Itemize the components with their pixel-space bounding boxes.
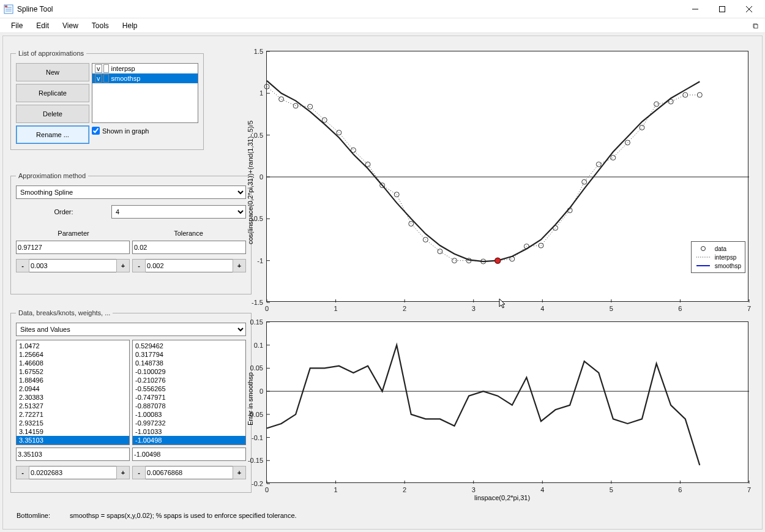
svg-text:0: 0 bbox=[259, 173, 263, 181]
site-step-input[interactable] bbox=[29, 466, 116, 479]
value-plus-button[interactable]: + bbox=[233, 466, 246, 479]
order-select[interactable]: 4 bbox=[111, 205, 246, 219]
site-plus-button[interactable]: + bbox=[116, 466, 130, 479]
method-select[interactable]: Smoothing Spline bbox=[16, 185, 246, 199]
list-item[interactable]: -0.210276 bbox=[133, 376, 245, 384]
list-item[interactable]: 2.30383 bbox=[17, 393, 129, 402]
svg-text:7: 7 bbox=[747, 305, 751, 312]
tolerance-input[interactable] bbox=[132, 241, 246, 254]
sites-listbox[interactable]: 0.8377581.04721.256641.466081.675521.884… bbox=[16, 340, 130, 445]
list-item[interactable]: -1.00498 bbox=[133, 436, 245, 444]
svg-text:1: 1 bbox=[259, 89, 263, 97]
shown-in-graph-checkbox[interactable]: Shown in graph bbox=[92, 127, 198, 135]
svg-point-63 bbox=[625, 140, 630, 145]
svg-text:1.5: 1.5 bbox=[254, 48, 263, 55]
svg-text:3: 3 bbox=[472, 486, 476, 493]
menu-bar: File Edit View Tools Help bbox=[0, 18, 765, 33]
list-item[interactable]: 2.72271 bbox=[17, 410, 129, 419]
list-item[interactable]: -1.00083 bbox=[133, 410, 245, 419]
error-plot-ylabel: Error in smoothsp bbox=[247, 372, 254, 425]
svg-rect-3 bbox=[720, 6, 725, 12]
svg-point-68 bbox=[697, 92, 702, 97]
list-item[interactable]: 1.0472 bbox=[17, 342, 129, 350]
svg-text:0: 0 bbox=[265, 305, 269, 312]
list-item[interactable]: 1.25664 bbox=[17, 350, 129, 359]
replicate-button[interactable]: Replicate bbox=[16, 84, 89, 102]
rename-button[interactable]: Rename ... bbox=[16, 126, 89, 144]
menu-help[interactable]: Help bbox=[116, 20, 144, 31]
method-panel: Approximation method Smoothing Spline Or… bbox=[10, 172, 252, 294]
parameter-step-input[interactable] bbox=[29, 259, 116, 272]
delete-button[interactable]: Delete bbox=[16, 105, 89, 123]
approximation-list-item[interactable]: v smoothsp bbox=[92, 73, 198, 83]
legend-data: data bbox=[715, 245, 726, 252]
values-listbox[interactable]: 0.6780740.5294620.3177940.148738-0.10002… bbox=[132, 340, 246, 445]
list-item[interactable]: 2.0944 bbox=[17, 384, 129, 393]
error-plot[interactable]: 01234567-0.2-0.15-0.1-0.0500.050.10.15 bbox=[266, 321, 748, 483]
menu-view[interactable]: View bbox=[56, 20, 84, 31]
tolerance-step-input[interactable] bbox=[146, 259, 233, 272]
order-label: Order: bbox=[16, 208, 111, 215]
list-item[interactable]: 0.317794 bbox=[133, 350, 245, 359]
svg-text:-1.5: -1.5 bbox=[252, 299, 263, 306]
list-item[interactable]: 1.88496 bbox=[17, 376, 129, 384]
minimize-button[interactable] bbox=[682, 1, 709, 18]
list-item[interactable]: 1.46608 bbox=[17, 359, 129, 367]
value-edit-input[interactable] bbox=[132, 448, 246, 461]
legend-smoothsp: smoothsp bbox=[715, 263, 741, 269]
site-edit-input[interactable] bbox=[16, 448, 130, 461]
menu-tools[interactable]: Tools bbox=[86, 20, 115, 31]
svg-text:0: 0 bbox=[265, 486, 269, 493]
data-view-select[interactable]: Sites and Values bbox=[16, 323, 246, 336]
list-item[interactable]: 2.93215 bbox=[17, 419, 129, 427]
menu-file[interactable]: File bbox=[5, 20, 29, 31]
list-item[interactable]: -1.01033 bbox=[133, 427, 245, 436]
svg-point-61 bbox=[596, 162, 601, 167]
bottomline-text: smoothsp = spaps(x,y,0.02); % spaps is u… bbox=[70, 512, 297, 519]
value-step-input[interactable] bbox=[146, 466, 233, 479]
list-item[interactable]: 0.148738 bbox=[133, 359, 245, 367]
list-item[interactable]: 2.51327 bbox=[17, 402, 129, 410]
maximize-button[interactable] bbox=[709, 1, 736, 18]
list-item[interactable]: -0.100029 bbox=[133, 367, 245, 376]
site-minus-button[interactable]: - bbox=[16, 466, 29, 479]
list-item[interactable]: 0.529462 bbox=[133, 342, 245, 350]
svg-point-70 bbox=[701, 247, 705, 251]
svg-text:1: 1 bbox=[334, 486, 338, 493]
bottomline-label: Bottomline: bbox=[17, 512, 50, 519]
workspace: List of approximations New Replicate Del… bbox=[0, 33, 765, 532]
restore-down-icon[interactable] bbox=[750, 21, 760, 31]
app-icon bbox=[4, 4, 13, 14]
svg-text:0.5: 0.5 bbox=[254, 132, 263, 139]
title-bar: Spline Tool bbox=[0, 0, 765, 18]
parameter-input[interactable] bbox=[16, 241, 130, 254]
shown-in-graph-label: Shown in graph bbox=[102, 127, 149, 135]
approximations-listbox[interactable]: v interpspv smoothsp bbox=[92, 63, 198, 123]
window-title: Spline Tool bbox=[17, 5, 682, 13]
svg-text:5: 5 bbox=[610, 305, 613, 312]
list-item[interactable]: -0.997232 bbox=[133, 419, 245, 427]
svg-text:0.15: 0.15 bbox=[250, 318, 263, 326]
svg-text:1: 1 bbox=[334, 305, 338, 312]
new-button[interactable]: New bbox=[16, 63, 89, 81]
parameter-plus-button[interactable]: + bbox=[116, 259, 130, 272]
close-button[interactable] bbox=[736, 1, 763, 18]
svg-point-47 bbox=[394, 192, 399, 197]
main-plot[interactable]: 01234567-1.5-1-0.500.511.5 data interpsp… bbox=[266, 51, 748, 302]
tolerance-minus-button[interactable]: - bbox=[132, 259, 146, 272]
value-minus-button[interactable]: - bbox=[132, 466, 146, 479]
svg-point-62 bbox=[611, 155, 616, 160]
parameter-minus-button[interactable]: - bbox=[16, 259, 29, 272]
list-item[interactable]: -0.556265 bbox=[133, 384, 245, 393]
menu-edit[interactable]: Edit bbox=[30, 20, 55, 31]
list-item[interactable]: 3.14159 bbox=[17, 427, 129, 436]
approximation-list-item[interactable]: v interpsp bbox=[92, 64, 198, 73]
list-item[interactable]: 1.67552 bbox=[17, 367, 129, 376]
tolerance-plus-button[interactable]: + bbox=[233, 259, 246, 272]
list-item[interactable]: 3.35103 bbox=[17, 436, 129, 444]
data-panel-title: Data, breaks/knots, weights, ... bbox=[16, 309, 113, 317]
list-item[interactable]: -0.747971 bbox=[133, 393, 245, 402]
list-item[interactable]: -0.887078 bbox=[133, 402, 245, 410]
approximations-panel-title: List of approximations bbox=[16, 50, 86, 57]
svg-text:-0.15: -0.15 bbox=[248, 457, 263, 464]
